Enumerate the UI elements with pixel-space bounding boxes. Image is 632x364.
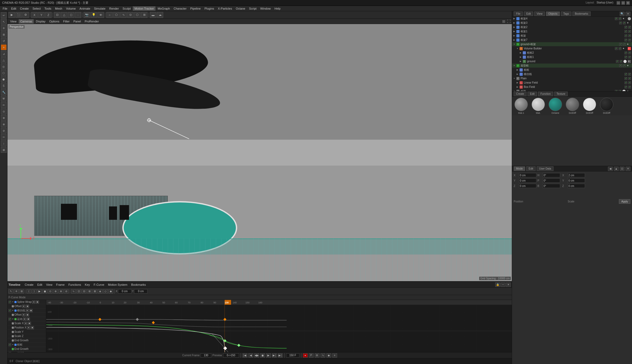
expand-kuangjia4[interactable]: ▶	[513, 18, 515, 20]
mat-thumb-1[interactable]	[514, 98, 528, 111]
scale-y-input[interactable]	[568, 178, 585, 183]
mat-item-1[interactable]: Mat.1	[513, 98, 529, 114]
track-scaley[interactable]: Scale Y	[7, 330, 46, 334]
expand-kuangkuang2-child[interactable]: ▶	[520, 52, 522, 54]
coord-y-btn[interactable]: Y	[38, 12, 45, 18]
menu-plugins[interactable]: Plugins	[203, 6, 216, 11]
obj-vis-kuangjia7[interactable]: ✓	[625, 39, 627, 41]
tool-9[interactable]: ⬡	[1, 70, 7, 76]
tool-active[interactable]: ✦	[1, 44, 7, 50]
light-btn[interactable]: 💡	[91, 12, 97, 18]
obj-mofanxian-child[interactable]: ▶ ~ 模仿线 ✓ ✓	[512, 72, 632, 76]
track-vis-spline-wrap[interactable]: ✓	[9, 301, 11, 303]
coord-x-btn[interactable]: X	[31, 12, 38, 18]
obj-vis-linearfield[interactable]: ✓	[625, 81, 627, 84]
obj-vis-kuangjia3[interactable]: ✓	[619, 22, 622, 24]
obj-kuangkuang1-child[interactable]: ▶ □ 框框1 ✓ ✓	[512, 55, 632, 59]
expand-volbuilder[interactable]: ▾	[516, 48, 518, 50]
obj-ground-group[interactable]: ▾ G ground+框架 ✓ ✓ ✦	[512, 42, 632, 46]
obj-kuangjia7[interactable]: ▶ □ 框架7 ✓ ✓	[512, 38, 632, 42]
viewport-tab-cameras[interactable]: Cameras	[19, 19, 34, 24]
coord-x-input[interactable]	[519, 173, 536, 177]
tl-tool-2[interactable]: ✛	[14, 289, 19, 293]
scale-x-input[interactable]	[568, 173, 585, 177]
viewport-tab-filter[interactable]: Filter	[61, 19, 71, 24]
mat-item-octane-teal[interactable]: Octane	[547, 98, 563, 114]
track-key-mofanxian[interactable]: ◆	[29, 309, 33, 312]
tool-15[interactable]: ⊙	[1, 108, 7, 114]
mat-thumb-dctdiff-white[interactable]	[583, 98, 596, 111]
obj-render-plain[interactable]: ✓	[628, 77, 631, 80]
tl-tool-11[interactable]: ⊘	[64, 289, 69, 293]
tool-14[interactable]: ✏	[1, 102, 7, 108]
mat-thumb-octane-teal[interactable]	[549, 98, 562, 111]
track-rec-motion[interactable]: ●	[23, 318, 26, 321]
viewport-canvas[interactable]: X Y Perspective Grid Spacing : 10000 cm	[7, 24, 512, 281]
obj-render-kuangjia1[interactable]: ✓	[628, 30, 631, 33]
record-pos-button[interactable]: P	[309, 353, 314, 358]
obj-vis-ground-child[interactable]: ✓	[616, 60, 619, 63]
tl-tool-5[interactable]: ⟩	[32, 289, 37, 293]
tl-tool-10[interactable]: ⊗	[58, 289, 63, 293]
coord-nav-zoom[interactable]: ⊡	[620, 167, 625, 171]
menu-pipeline[interactable]: Pipeline	[189, 6, 202, 11]
obj-tag-ground-group[interactable]: ✦	[627, 43, 631, 46]
timeline-menu-functions[interactable]: Functions	[67, 283, 83, 287]
timeline-menu-key[interactable]: Key	[83, 283, 92, 287]
obj-kuangjia[interactable]: ▶ □ 框架 ✓ ✓	[512, 34, 632, 38]
menu-file[interactable]: File	[1, 6, 9, 11]
mat-item-2[interactable]: Mat.	[530, 98, 546, 114]
obj-render-volbuilder[interactable]: ✓	[619, 47, 621, 50]
track-offset-2[interactable]: Offset ● ◆	[7, 313, 46, 317]
tab-tags[interactable]: Tags	[561, 11, 571, 16]
tool-12[interactable]: 🔧	[1, 89, 7, 95]
tl-tool-14[interactable]: ⊟	[82, 289, 87, 293]
timeline-close-btn[interactable]: ✕	[506, 283, 511, 287]
obj-ground-child[interactable]: ▶ G ground ✓ ✓ ✦	[512, 59, 632, 64]
obj-render-zaoxingkuang[interactable]: ✓	[623, 64, 626, 67]
next-frame-button[interactable]: ▶|	[272, 353, 277, 358]
expand-motion[interactable]: ▾	[12, 318, 14, 320]
current-frame-input[interactable]	[201, 353, 211, 358]
expand-kuangkuang-child[interactable]: ▶	[516, 69, 518, 71]
obj-vis-kuangjia2[interactable]: ✓	[625, 26, 627, 29]
track-key-scalex[interactable]: ◆	[28, 322, 31, 325]
coord-nav-up[interactable]: ▲	[614, 167, 619, 171]
tool-20[interactable]: ⟊	[1, 140, 7, 146]
track-rec-offset-2[interactable]: ●	[22, 313, 25, 316]
goto-start-button[interactable]: |◀	[243, 353, 247, 358]
obj-kuangjia1[interactable]: ▶ □ 框架1 ✓ ✓	[512, 29, 632, 34]
play-button[interactable]: ▶	[266, 353, 271, 358]
menu-mograph[interactable]: MoGraph	[156, 6, 171, 11]
obj-render-boxfield[interactable]: ✓	[628, 86, 631, 88]
obj-zaoxing[interactable]: ▾ Z 造型 ✓ ✓ ✦	[512, 89, 632, 91]
expand-kuangjia2[interactable]: ▶	[513, 26, 515, 28]
tl-tool-6[interactable]: ▶	[37, 289, 42, 293]
mat-thumb-2[interactable]	[532, 98, 545, 111]
viewport-tab-prorender[interactable]: ProRender	[83, 19, 100, 24]
play-reverse-button[interactable]: ◀▶	[254, 353, 259, 358]
timeline-menu-frame[interactable]: Frame	[54, 283, 66, 287]
menu-motion-tracker[interactable]: Motion Tracker	[133, 6, 155, 11]
timeline-menu-bookmarks[interactable]: Bookmarks	[130, 283, 147, 287]
track-rec-scalex[interactable]: ●	[24, 322, 27, 325]
track-posx[interactable]: Position X ● ◆	[7, 326, 46, 330]
timeline-list-btn[interactable]: ≡	[332, 353, 337, 358]
tab-file[interactable]: File	[514, 11, 523, 16]
snap-btn[interactable]: ⊡	[54, 12, 60, 18]
menu-animate[interactable]: Animate	[78, 6, 92, 11]
obj-kuangkuang-child[interactable]: ▶ □ 框框	[512, 68, 632, 72]
obj-render-kuangjia4[interactable]: ✓	[619, 17, 621, 20]
tab-objects[interactable]: Objects	[546, 11, 560, 16]
track-scalex[interactable]: Scale X ● ◆	[7, 321, 46, 326]
track-key-offset-2[interactable]: ◆	[26, 313, 29, 316]
obj-vis-kuangjia4[interactable]: ✓	[615, 17, 618, 20]
obj-vis-kuangjia[interactable]: ✓	[625, 34, 627, 37]
timeline-menu-view[interactable]: View	[44, 283, 54, 287]
edge-btn[interactable]: ◻	[68, 12, 74, 18]
coord-p-input[interactable]	[543, 178, 560, 183]
menu-render[interactable]: Render	[108, 6, 120, 11]
track-key-posx[interactable]: ◆	[31, 326, 34, 329]
stop-button[interactable]: ◼	[260, 353, 265, 358]
tl-tool-15[interactable]: ⊞	[87, 289, 92, 293]
